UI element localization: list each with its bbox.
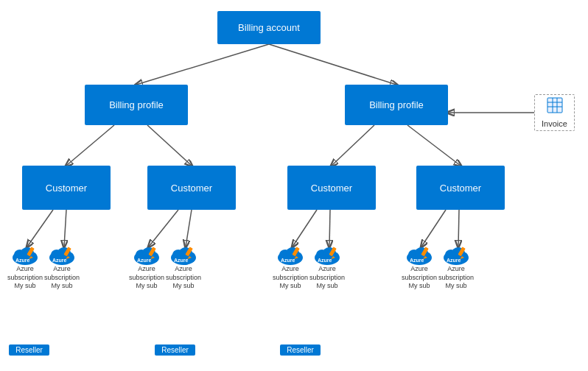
azure-sub-1-label: Azure subscription My sub: [7, 265, 43, 291]
svg-line-3: [147, 125, 192, 166]
billing-account-label: Billing account: [238, 22, 300, 33]
customer-1-box: Customer: [22, 166, 111, 210]
svg-text:Azure: Azure: [15, 258, 30, 263]
azure-cloud-icon-6: Azure: [313, 243, 341, 265]
azure-cloud-icon-1: Azure: [11, 243, 39, 265]
customer-4-label: Customer: [440, 183, 481, 194]
svg-line-1: [269, 44, 396, 85]
svg-line-7: [27, 210, 53, 247]
azure-cloud-icon-3: Azure: [133, 243, 161, 265]
invoice-label: Invoice: [542, 119, 567, 128]
svg-line-14: [458, 210, 459, 247]
invoice-box: Invoice: [534, 94, 575, 131]
azure-cloud-icon-5: Azure: [276, 243, 304, 265]
azure-sub-1: Azure Azure subscription My sub: [7, 243, 43, 291]
billing-profile-1-box: Billing profile: [85, 85, 188, 125]
svg-text:Azure: Azure: [281, 258, 295, 263]
customer-4-box: Customer: [416, 166, 505, 210]
billing-profile-2-box: Billing profile: [345, 85, 448, 125]
svg-text:Azure: Azure: [318, 258, 332, 263]
reseller-3-label: Reseller: [280, 344, 321, 356]
svg-line-8: [64, 210, 66, 247]
diagram: Billing account Billing profile Billing …: [0, 0, 588, 371]
reseller-3-text: Reseller: [287, 346, 314, 354]
reseller-1-label: Reseller: [9, 344, 49, 356]
azure-sub-8: Azure Azure subscription My sub: [438, 243, 474, 291]
azure-sub-4-label: Azure subscription My sub: [166, 265, 201, 291]
azure-sub-3: Azure Azure subscription My sub: [129, 243, 164, 291]
billing-profile-1-label: Billing profile: [109, 99, 164, 110]
customer-3-box: Customer: [287, 166, 376, 210]
azure-sub-6-label: Azure subscription My sub: [309, 265, 345, 291]
customer-3-label: Customer: [311, 183, 352, 194]
reseller-2-label: Reseller: [155, 344, 195, 356]
azure-cloud-icon-7: Azure: [405, 243, 433, 265]
customer-2-box: Customer: [147, 166, 236, 210]
reseller-1-text: Reseller: [15, 346, 43, 354]
svg-line-5: [407, 125, 461, 166]
svg-line-2: [66, 125, 114, 166]
azure-sub-6: Azure Azure subscription My sub: [309, 243, 345, 291]
svg-rect-15: [547, 98, 562, 113]
svg-text:Azure: Azure: [447, 258, 461, 263]
invoice-icon: [547, 97, 563, 118]
svg-text:Azure: Azure: [137, 258, 152, 263]
reseller-2-text: Reseller: [161, 346, 189, 354]
azure-sub-5: Azure Azure subscription My sub: [273, 243, 308, 291]
azure-sub-3-label: Azure subscription My sub: [129, 265, 164, 291]
svg-line-9: [149, 210, 178, 247]
svg-text:Azure: Azure: [174, 258, 189, 263]
azure-sub-7-label: Azure subscription My sub: [402, 265, 437, 291]
svg-text:Azure: Azure: [52, 258, 67, 263]
svg-line-12: [329, 210, 330, 247]
svg-line-4: [332, 125, 374, 166]
azure-cloud-icon-4: Azure: [169, 243, 197, 265]
svg-line-11: [293, 210, 317, 247]
azure-cloud-icon-8: Azure: [442, 243, 470, 265]
azure-sub-5-label: Azure subscription My sub: [273, 265, 308, 291]
svg-line-10: [186, 210, 192, 247]
svg-line-13: [421, 210, 446, 247]
customer-1-label: Customer: [46, 183, 87, 194]
billing-account-box: Billing account: [217, 11, 321, 44]
azure-sub-8-label: Azure subscription My sub: [438, 265, 474, 291]
svg-line-0: [136, 44, 269, 85]
billing-profile-2-label: Billing profile: [369, 99, 424, 110]
azure-sub-7: Azure Azure subscription My sub: [402, 243, 437, 291]
azure-cloud-icon-2: Azure: [48, 243, 76, 265]
azure-sub-2-label: Azure subscription My sub: [44, 265, 80, 291]
azure-sub-2: Azure Azure subscription My sub: [44, 243, 80, 291]
azure-sub-4: Azure Azure subscription My sub: [166, 243, 201, 291]
customer-2-label: Customer: [171, 183, 212, 194]
svg-text:Azure: Azure: [410, 258, 424, 263]
